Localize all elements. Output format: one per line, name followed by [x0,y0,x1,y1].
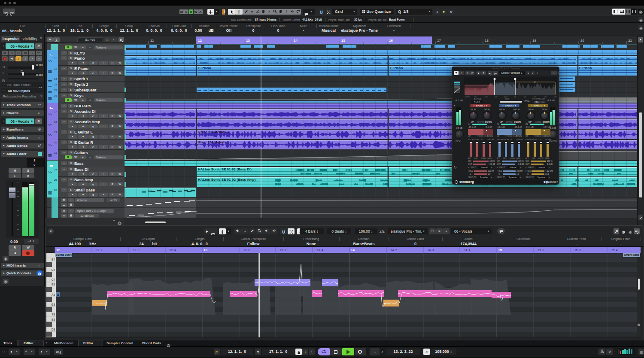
svg-text:D4: D4 [52,268,55,271]
svg-text:13: 13 [246,39,250,42]
svg-text:14: 14 [294,39,298,42]
svg-text:15. 2: 15. 2 [538,249,544,252]
svg-text:B3: B3 [52,283,55,286]
svg-text:E4: E4 [52,258,55,261]
svg-text:19: 19 [532,39,536,42]
svg-text:11: 11 [150,39,154,42]
svg-text:E Piano: E Piano [198,66,211,70]
svg-text:18: 18 [485,39,489,42]
svg-text:20: 20 [580,39,584,42]
svg-text:21: 21 [628,39,632,42]
svg-text:13: 13 [204,248,207,252]
svg-text:D3: D3 [52,328,55,331]
svg-text:12: 12 [56,248,60,252]
svg-text:12. 4: 12. 4 [170,249,176,252]
svg-text:Error 394 Melody 1: Error 394 Melody 1 [198,140,229,144]
svg-text:16: 16 [389,39,393,42]
svg-text:C4: C4 [52,278,55,281]
svg-text:E3: E3 [52,318,55,321]
svg-text:12. 2: 12. 2 [96,249,103,252]
svg-text:G3: G3 [51,303,55,306]
svg-text:14. 4: 14. 4 [464,249,471,252]
svg-text:F3: F3 [52,313,55,316]
svg-text:15. 4: 15. 4 [611,249,618,252]
svg-text:14. 2: 14. 2 [391,249,397,252]
svg-text:13. 2: 13. 2 [243,249,250,252]
svg-text:15. 3: 15. 3 [574,249,581,252]
svg-text:E Piano: E Piano [579,66,592,70]
svg-text:12: 12 [198,39,202,42]
svg-text:13. 3: 13. 3 [280,249,286,252]
svg-text:Error 394 Melody 1: Error 394 Melody 1 [198,130,229,134]
svg-text:15: 15 [341,39,345,42]
svg-text:HALion Sonic SE 01-02 (Bass DI: HALion Sonic SE 01-02 (Bass DI) [198,167,252,171]
svg-text:A3: A3 [52,293,55,296]
svg-text:E Piano: E Piano [390,66,403,70]
svg-text:17: 17 [437,39,441,42]
svg-text:13. 4: 13. 4 [317,249,323,252]
svg-text:12. 3: 12. 3 [133,249,140,252]
svg-text:15: 15 [498,248,502,252]
svg-text:S: S [57,293,59,296]
svg-text:14. 3: 14. 3 [428,249,434,252]
svg-text:14: 14 [351,248,355,252]
svg-text:HALion Sonic SE 01-02 (Bass Am: HALion Sonic SE 01-02 (Bass Amp) [198,178,256,182]
